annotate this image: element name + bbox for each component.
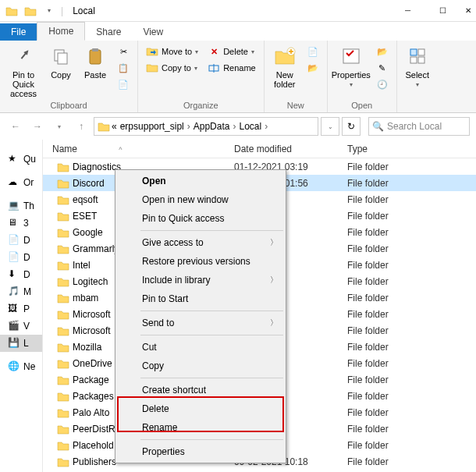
sidebar-item-label: P [23,303,30,314]
ctx-rename[interactable]: Rename [117,418,284,437]
recent-locations-button[interactable]: ▾ [50,117,69,136]
breadcrumb-part-1[interactable]: erpsupport_sipl [119,121,186,132]
tab-home[interactable]: Home [37,22,85,41]
ctx-include-library[interactable]: Include in library〉 [117,271,284,289]
ctx-copy[interactable]: Copy [117,357,284,375]
close-button[interactable]: ✕ [460,0,476,22]
rename-button[interactable]: Rename [204,60,259,76]
file-name: Logitech [73,276,108,287]
sidebar-item[interactable]: 🖥3 [0,215,42,232]
pin-icon [11,44,36,69]
ctx-give-access-to[interactable]: Give access to〉 [117,233,284,252]
minimize-button[interactable]: ─ [390,0,425,22]
easy-access-button[interactable]: 📂 [304,60,322,76]
address-dropdown[interactable]: ⌄ [321,117,339,136]
ctx-open-new-window[interactable]: Open in new window [117,190,284,209]
back-button[interactable]: ← [6,117,25,136]
file-name: Microsoft [73,309,111,320]
ctx-cut[interactable]: Cut [117,338,284,357]
new-folder-button[interactable]: New folder [268,42,302,90]
sidebar-item[interactable]: 💻Th [0,197,42,215]
sidebar-icon: 🌐 [8,360,20,373]
sidebar-item[interactable]: 🖼P [0,300,42,318]
file-name: Packages [73,391,114,402]
up-button[interactable]: ↑ [72,117,91,136]
qat-dropdown[interactable]: ▾ [41,2,58,20]
history-small-button[interactable]: 🕘 [373,76,392,92]
ctx-pin-start[interactable]: Pin to Start [117,289,284,308]
scissors-icon: ✂ [117,45,130,58]
column-type[interactable]: Type [347,144,476,154]
move-to-button[interactable]: Move to▾ [143,44,201,59]
folder-badge-icon[interactable] [22,2,39,20]
search-input[interactable]: 🔍 Search Local [368,117,470,136]
breadcrumb-part-3[interactable]: Local [237,121,263,132]
chevron-right-icon[interactable]: › [231,121,237,132]
sidebar-icon: 🖼 [8,303,20,315]
edit-small-button[interactable]: ✎ [373,60,392,76]
tab-file[interactable]: File [0,23,37,41]
chevron-right-icon[interactable]: › [186,121,192,132]
maximize-button[interactable]: ☐ [425,0,460,22]
folder-icon[interactable] [3,2,20,20]
folder-icon [57,211,69,222]
sidebar-item[interactable]: 💾L [0,335,42,352]
tab-view[interactable]: View [132,23,174,41]
easy-access-icon: 📂 [307,62,319,74]
sidebar-item[interactable]: 📄D [0,249,42,266]
ctx-pin-quick-access[interactable]: Pin to Quick access [117,209,284,228]
ribbon-label-organize: Organize [141,100,261,111]
file-type: File folder [347,407,476,418]
column-date[interactable]: Date modified [234,144,347,154]
sidebar-item[interactable]: 🎵M [0,283,42,300]
sidebar-item-label: M [23,286,31,297]
svg-rect-3 [92,48,98,51]
chevron-right-icon: 〉 [270,237,278,248]
ctx-restore-previous[interactable]: Restore previous versions [117,252,284,271]
sidebar-item[interactable]: ☁Or [0,174,42,191]
tab-share[interactable]: Share [85,23,132,41]
breadcrumb[interactable]: « erpsupport_sipl› AppData› Local› [94,117,318,136]
ctx-separator [140,335,283,335]
folder-icon [57,293,69,303]
copy-path-small-button[interactable]: 📋 [114,60,133,76]
folder-icon [57,358,69,369]
select-button[interactable]: Select ▾ [400,42,435,90]
chevron-right-icon[interactable]: › [263,121,269,132]
delete-button[interactable]: ✕ Delete▾ [204,44,259,59]
sidebar-item[interactable]: ⬇D [0,266,42,283]
ctx-create-shortcut[interactable]: Create shortcut [117,381,284,399]
edit-icon: ✎ [376,62,389,74]
quick-access-toolbar: ▾ [0,2,58,20]
navigation-pane[interactable]: ★Qu☁Or💻Th🖥3📄D📄D⬇D🎵M🖼P🎬V💾L🌐Ne [0,140,43,472]
paste-button[interactable]: Paste [78,42,112,81]
new-item-button[interactable]: 📄 [304,44,322,59]
sidebar-item[interactable]: 📄D [0,232,42,249]
ctx-delete[interactable]: Delete [117,399,284,418]
file-name: Package [73,374,109,385]
ctx-open[interactable]: Open [117,172,284,190]
svg-rect-10 [410,57,417,63]
ctx-send-to[interactable]: Send to〉 [117,314,284,332]
ribbon-tabs: File Home Share View [0,22,476,41]
breadcrumb-overflow[interactable]: « [110,121,119,132]
breadcrumb-part-2[interactable]: AppData [192,121,232,132]
sidebar-item-label: L [23,338,29,349]
folder-icon [57,161,69,172]
sidebar-icon: ⬇ [8,268,20,281]
copy-to-button[interactable]: Copy to▾ [143,60,201,76]
sidebar-item[interactable]: 🌐Ne [0,358,42,375]
sidebar-item[interactable]: 🎬V [0,318,42,335]
cut-small-button[interactable]: ✂ [114,44,133,59]
refresh-button[interactable]: ↻ [342,117,361,136]
forward-button[interactable]: → [28,117,47,136]
ctx-properties[interactable]: Properties [117,442,284,461]
open-small-button[interactable]: 📂 [373,44,392,59]
paste-shortcut-small-button[interactable]: 📄 [114,76,133,92]
sidebar-item[interactable]: ★Qu [0,151,42,168]
properties-button[interactable]: Properties ▾ [331,42,371,90]
column-name[interactable]: Name ^ [43,144,234,154]
copy-button[interactable]: Copy [44,42,78,81]
file-name: Grammarly [73,243,119,254]
pin-quick-access-button[interactable]: Pin to Quick access [3,42,44,100]
